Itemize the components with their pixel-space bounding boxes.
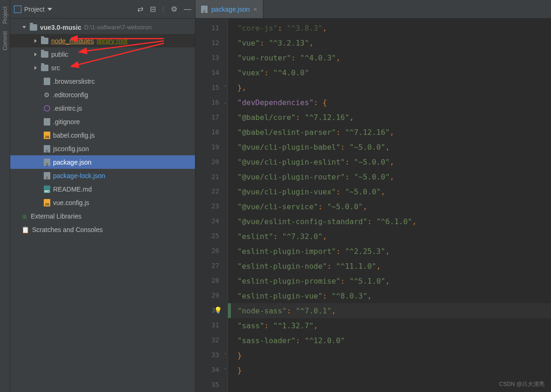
gutter-line[interactable]: 14 — [195, 65, 228, 80]
json-icon: {} — [44, 172, 50, 179]
gutter-line[interactable]: 34⌃ — [195, 362, 228, 377]
close-icon[interactable]: × — [254, 6, 257, 13]
tree-public[interactable]: public — [10, 47, 195, 61]
scratches[interactable]: 📋 Scratches and Consoles — [10, 223, 195, 236]
code-line[interactable]: "eslint-plugin-node": "^11.1.0", — [228, 259, 551, 273]
tab-package-json[interactable]: {} package.json × — [195, 0, 263, 18]
project-header: Project ⇄ ⊟ | ⚙ — — [10, 0, 195, 19]
gutter-line[interactable]: 12 — [195, 35, 228, 50]
code-line[interactable]: "node-sass": "^7.0.1", — [228, 303, 551, 318]
gutter-line[interactable]: 24 — [195, 213, 228, 228]
extra-label: External Libraries — [31, 213, 81, 220]
code-line[interactable]: "core-js": "^3.8.3", — [228, 20, 551, 35]
code-area[interactable]: "core-js": "^3.8.3", "vue": "^3.2.13", "… — [228, 19, 551, 392]
gutter-line[interactable]: 17 — [195, 110, 228, 125]
js-icon: JS — [44, 199, 50, 206]
code-line[interactable]: "@vue/cli-plugin-eslint": "~5.0.0", — [228, 154, 551, 169]
code-line[interactable]: "eslint-plugin-import": "^2.25.3", — [228, 244, 551, 259]
gutter-line[interactable]: 21 — [195, 169, 228, 184]
chevron-right-icon[interactable] — [33, 65, 38, 71]
tree-file[interactable]: {}package-lock.json — [10, 169, 195, 182]
code-line[interactable]: "eslint-plugin-vue": "^8.0.3", — [228, 288, 551, 303]
code-line[interactable]: "vuex": "^4.0.0" — [228, 65, 551, 80]
editor-body: 1112131415⌃16⌄17181920212223242526272829… — [195, 19, 551, 392]
gutter-line[interactable]: 35 — [195, 377, 228, 392]
tree-root[interactable]: vue3.0-music D:\1-software\7-webstron — [10, 20, 195, 34]
code-line[interactable]: "vue-router": "^4.0.3", — [228, 50, 551, 65]
code-line[interactable]: }, — [228, 80, 551, 95]
extra-label: Scratches and Consoles — [32, 226, 103, 233]
bulb-icon[interactable]: 💡 — [214, 306, 222, 314]
code-line[interactable]: "sass-loader": "^12.0.0" — [228, 333, 551, 348]
file-icon — [44, 118, 50, 126]
code-line[interactable]: "@vue/eslint-config-standard": "^6.1.0", — [228, 214, 551, 229]
gutter-line[interactable]: 28 — [195, 273, 228, 288]
gutter-line[interactable]: 26 — [195, 243, 228, 258]
chevron-down-icon[interactable] — [21, 25, 27, 30]
gutter-line[interactable]: 32 — [195, 332, 228, 347]
gutter[interactable]: 1112131415⌃16⌄17181920212223242526272829… — [195, 19, 228, 392]
folder-label: node_modules — [51, 37, 94, 45]
gutter-line[interactable]: 23 — [195, 199, 228, 213]
file-label: vue.config.js — [53, 199, 89, 206]
tree-file[interactable]: JSvue.config.js — [10, 196, 195, 209]
code-line[interactable]: "@vue/cli-service": "~5.0.0", — [228, 199, 551, 214]
gutter-line[interactable]: 19 — [195, 140, 228, 154]
fold-close-icon[interactable]: ⌃ — [224, 85, 227, 90]
library-icon: ⫼ — [21, 213, 28, 220]
tree-file[interactable]: JSbabel.config.js — [10, 128, 195, 142]
code-line[interactable]: } — [228, 363, 551, 378]
watermark: CSDN @吕大漂亮 — [499, 380, 544, 388]
gutter-line[interactable]: 27 — [195, 258, 228, 273]
gutter-line[interactable]: 15⌃ — [195, 80, 228, 95]
tree-src[interactable]: src — [10, 61, 195, 74]
code-line[interactable]: "vue": "^3.2.13", — [228, 35, 551, 50]
fold-open-icon[interactable]: ⌄ — [224, 100, 227, 105]
external-libraries[interactable]: ⫼ External Libraries — [10, 209, 195, 223]
code-line[interactable]: "@vue/cli-plugin-babel": "~5.0.0", — [228, 140, 551, 154]
code-line[interactable]: "eslint": "^7.32.0", — [228, 229, 551, 244]
tree-file[interactable]: .gitignore — [10, 115, 195, 128]
chevron-right-icon[interactable] — [33, 52, 38, 57]
gutter-line[interactable]: 💡30 — [195, 303, 228, 318]
fold-close-icon[interactable]: ⌃ — [224, 367, 227, 372]
gutter-line[interactable]: 20 — [195, 154, 228, 169]
fold-close-icon[interactable]: ⌃ — [224, 352, 227, 357]
gutter-line[interactable]: 22 — [195, 184, 228, 199]
gutter-line[interactable]: 25 — [195, 228, 228, 243]
code-line[interactable]: "sass": "^1.32.7", — [228, 318, 551, 333]
tree-file[interactable]: .browserslistrc — [10, 74, 195, 88]
tree-node-modules[interactable]: node_modules library root — [10, 34, 195, 47]
expand-all-icon[interactable]: ⊟ — [150, 5, 156, 13]
dropdown-icon[interactable] — [47, 8, 52, 11]
rail-project[interactable]: Project — [2, 7, 8, 24]
rail-commit[interactable]: Commit — [2, 31, 8, 50]
project-title[interactable]: Project — [24, 6, 45, 13]
gutter-line[interactable]: 16⌄ — [195, 95, 228, 110]
code-line[interactable]: "@vue/cli-plugin-router": "~5.0.0", — [228, 169, 551, 184]
gutter-line[interactable]: 31 — [195, 318, 228, 332]
chevron-right-icon[interactable] — [33, 38, 38, 44]
tree-file[interactable]: {}jsconfig.json — [10, 142, 195, 155]
gear-icon[interactable]: ⚙ — [171, 5, 177, 13]
tree-file[interactable]: .eslintrc.js — [10, 101, 195, 115]
tree-file[interactable]: MDREADME.md — [10, 182, 195, 196]
gutter-line[interactable]: 11 — [195, 20, 228, 35]
tree-file[interactable]: {}package.json — [10, 155, 195, 169]
code-line[interactable]: "@babel/eslint-parser": "^7.12.16", — [228, 125, 551, 140]
project-tree[interactable]: vue3.0-music D:\1-software\7-webstron no… — [10, 19, 195, 392]
gutter-line[interactable]: 33⌃ — [195, 347, 228, 362]
minimize-icon[interactable]: — — [184, 5, 191, 13]
json-icon: {} — [44, 159, 50, 166]
code-line[interactable]: "devDependencies": { — [228, 95, 551, 110]
code-line[interactable]: } — [228, 348, 551, 363]
file-label: jsconfig.json — [53, 145, 89, 153]
code-line[interactable]: "eslint-plugin-promise": "^5.1.0", — [228, 273, 551, 288]
code-line[interactable]: "@vue/cli-plugin-vuex": "~5.0.0", — [228, 184, 551, 199]
tree-file[interactable]: ⚙.editorconfig — [10, 88, 195, 101]
gutter-line[interactable]: 29 — [195, 288, 228, 303]
select-opened-icon[interactable]: ⇄ — [137, 5, 143, 13]
gutter-line[interactable]: 13 — [195, 50, 228, 65]
gutter-line[interactable]: 18 — [195, 125, 228, 140]
code-line[interactable]: "@babel/core": "^7.12.16", — [228, 110, 551, 125]
